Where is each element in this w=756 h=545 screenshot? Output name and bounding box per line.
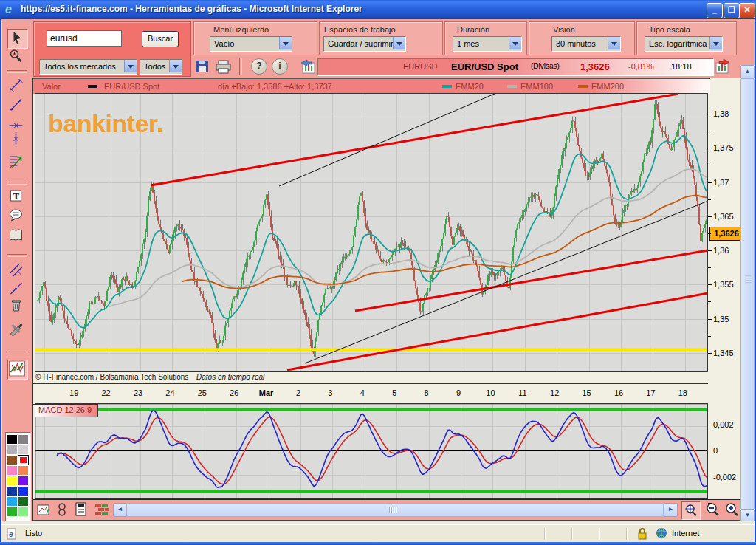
tool-separator xyxy=(7,182,27,185)
parallel-lines-tool[interactable] xyxy=(7,261,27,280)
macd-chart-canvas[interactable] xyxy=(35,403,708,499)
toolbar-group-2: Duración1 mes xyxy=(444,21,527,55)
x-axis-label: 12 xyxy=(546,388,563,397)
callout-tool[interactable] xyxy=(7,207,27,225)
fibonacci-tool[interactable] xyxy=(7,153,27,171)
y-axis-label: 1,365 xyxy=(713,212,734,221)
palette-color-14[interactable] xyxy=(7,507,17,516)
search-panel: Buscar Todos los mercados Todos xyxy=(33,21,191,77)
instrument-code: EURUSD xyxy=(403,62,437,71)
dropdown-arrow-icon[interactable] xyxy=(279,37,292,49)
chart-new-icon[interactable] xyxy=(36,502,51,520)
markets-select[interactable]: Todos los mercados xyxy=(39,59,137,75)
vertical-line-tool[interactable] xyxy=(7,131,27,149)
palette-color-5[interactable] xyxy=(18,456,28,465)
notes-tool[interactable] xyxy=(7,227,27,245)
palette-color-6[interactable] xyxy=(7,466,17,475)
hscroll-right-arrow[interactable]: ► xyxy=(664,503,678,517)
chart-forward-icon[interactable] xyxy=(715,58,731,75)
print-icon[interactable] xyxy=(215,59,233,74)
chart-back-icon[interactable] xyxy=(300,58,316,75)
bricks-icon[interactable] xyxy=(94,502,110,520)
y-axis-minor-tick xyxy=(708,301,711,302)
save-icon[interactable] xyxy=(194,59,210,74)
y-axis-label: 1,375 xyxy=(713,143,734,152)
dropdown-arrow-icon[interactable] xyxy=(608,37,620,49)
zoom-in-tool[interactable] xyxy=(7,48,27,66)
x-axis-label: 25 xyxy=(193,388,211,397)
y-axis-minor-tick xyxy=(708,131,711,131)
zoom-out-button[interactable] xyxy=(704,501,721,518)
info-button[interactable]: i xyxy=(272,58,288,75)
group-select-0[interactable]: Vacío xyxy=(210,36,292,52)
chart-legend: Valor EUR/USD Spot día +Bajo: 1,3586 +Al… xyxy=(33,78,710,94)
dropdown-arrow-icon[interactable] xyxy=(509,37,521,49)
palette-color-13[interactable] xyxy=(18,497,28,506)
zoom-in-button[interactable] xyxy=(723,501,740,518)
drawing-toolbar: T xyxy=(1,21,32,524)
palette-color-8[interactable] xyxy=(7,476,17,485)
help-button[interactable]: ? xyxy=(251,58,267,75)
hscroll-thumb[interactable] xyxy=(126,503,664,517)
pointer-tool[interactable] xyxy=(7,29,28,49)
y-axis-minor-tick xyxy=(708,199,711,200)
y-axis-tick xyxy=(708,284,712,285)
emm100-marker xyxy=(507,85,517,88)
vscroll-thumb[interactable] xyxy=(740,78,755,510)
y-axis-tick xyxy=(708,353,712,354)
vertical-scrollbar[interactable]: ▲ ▼ xyxy=(740,65,755,521)
palette-color-2[interactable] xyxy=(7,445,17,454)
group-select-3[interactable]: 30 minutos xyxy=(551,36,621,52)
group-label: Visión xyxy=(553,25,575,34)
legend-series: EUR/USD Spot xyxy=(104,82,159,91)
document-icon[interactable] xyxy=(75,502,88,520)
y-axis-tick xyxy=(708,114,712,114)
link-icon[interactable] xyxy=(56,502,68,520)
zoom-fit-button[interactable] xyxy=(681,501,701,520)
toolbar-group-3: Visión30 minutos xyxy=(529,21,635,55)
palette-color-7[interactable] xyxy=(18,466,28,475)
palette-color-11[interactable] xyxy=(18,487,28,496)
dropdown-arrow-icon[interactable] xyxy=(709,37,722,49)
palette-color-3[interactable] xyxy=(18,445,28,454)
search-button[interactable]: Buscar xyxy=(142,31,179,47)
x-axis-label: Mar xyxy=(258,388,275,397)
x-axis-label: 22 xyxy=(97,388,115,397)
trend-line-tool[interactable] xyxy=(7,77,27,95)
dropdown-arrow-icon[interactable] xyxy=(393,37,405,49)
text-tool[interactable]: T xyxy=(7,188,27,206)
instrument-name: EUR/USD Spot xyxy=(451,61,518,72)
dropdown-arrow-icon[interactable] xyxy=(124,60,137,72)
legend-daystats: día +Bajo: 1,3586 +Alto: 1,3737 xyxy=(218,82,332,91)
restore-button[interactable]: ❐ xyxy=(724,3,740,18)
vscroll-up-arrow[interactable]: ▲ xyxy=(740,65,755,79)
status-text: Listo xyxy=(25,529,42,538)
palette-color-0[interactable] xyxy=(7,435,17,444)
instrument-change: -0,81% xyxy=(628,62,654,71)
legend-emm100: EMM100 xyxy=(520,82,553,91)
dropdown-arrow-icon[interactable] xyxy=(169,60,182,72)
line-tool[interactable] xyxy=(7,96,27,114)
macd-label: MACD 12 26 9 xyxy=(35,404,98,417)
palette-color-9[interactable] xyxy=(18,476,28,485)
hscroll-left-arrow[interactable]: ◄ xyxy=(113,503,127,517)
group-select-1[interactable]: Guardar / suprimir... xyxy=(323,36,406,52)
trash-tool[interactable] xyxy=(7,297,27,315)
palette-color-10[interactable] xyxy=(7,487,17,496)
minimize-button[interactable]: _ xyxy=(707,3,723,18)
close-button[interactable]: ✕ xyxy=(739,3,755,18)
tools-tool[interactable] xyxy=(7,322,27,340)
chart-style-tool[interactable] xyxy=(7,360,28,380)
group-select-4[interactable]: Esc. logarítmica xyxy=(645,36,723,52)
y-axis-tick xyxy=(708,319,712,320)
toolbar-group-1: Espacios de trabajoGuardar / suprimir... xyxy=(319,21,443,55)
y-axis-label: 1,37 xyxy=(713,178,729,187)
group-select-2[interactable]: 1 mes xyxy=(453,36,522,52)
palette-color-12[interactable] xyxy=(7,497,17,506)
search-input[interactable] xyxy=(47,30,122,47)
y-axis-minor-tick xyxy=(708,233,711,234)
palette-color-4[interactable] xyxy=(7,456,17,465)
palette-color-1[interactable] xyxy=(18,435,28,444)
palette-color-15[interactable] xyxy=(18,507,28,516)
instrument-type-select[interactable]: Todos xyxy=(140,59,182,75)
